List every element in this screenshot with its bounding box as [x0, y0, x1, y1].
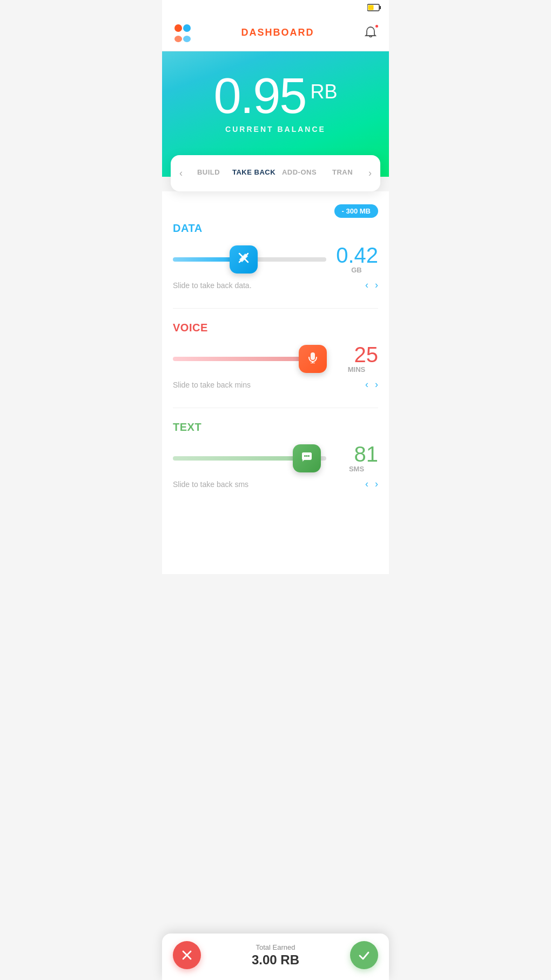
tabs-card: ‹ BUILD TAKE BACK ADD-ONS TRAN › [171, 155, 380, 191]
data-value-unit: GB [335, 266, 378, 274]
status-bar: ⚡ [162, 0, 389, 15]
voice-value-number: 25 [335, 344, 378, 365]
svg-point-14 [308, 455, 310, 457]
svg-rect-1 [380, 6, 381, 9]
svg-point-12 [304, 455, 306, 457]
svg-point-4 [174, 24, 182, 32]
voice-slider-container[interactable] [173, 354, 326, 364]
data-slider-thumb[interactable] [230, 245, 258, 274]
voice-value-display: 25 MINS [335, 344, 378, 374]
voice-nav-arrows: ‹ › [365, 379, 378, 390]
data-next-arrow[interactable]: › [375, 279, 378, 291]
notification-dot [374, 24, 379, 29]
svg-point-7 [183, 36, 191, 42]
voice-value-unit: MINS [335, 365, 378, 374]
text-value-unit: SMS [335, 465, 378, 473]
text-slide-hint: Slide to take back sms ‹ › [173, 478, 378, 490]
data-thumb-icon [238, 252, 250, 266]
voice-slider-row: 25 MINS [173, 344, 378, 374]
text-thumb-icon [301, 451, 313, 465]
tab-build[interactable]: BUILD [187, 164, 230, 183]
tabs-left-arrow[interactable]: ‹ [175, 168, 187, 179]
tab-take-back[interactable]: TAKE BACK [230, 164, 278, 183]
tabs-right-arrow[interactable]: › [364, 168, 376, 179]
data-nav-arrows: ‹ › [365, 279, 378, 291]
voice-section-title: VOICE [173, 322, 378, 334]
svg-point-13 [306, 455, 307, 457]
text-section: TEXT 81 [173, 421, 378, 490]
text-value-display: 81 SMS [335, 443, 378, 473]
svg-point-6 [174, 36, 182, 42]
data-slide-hint: Slide to take back data. ‹ › [173, 279, 378, 291]
battery-icon: ⚡ [367, 4, 381, 11]
header-title: DASHBOARD [241, 27, 314, 38]
balance-number: 0.95 [213, 71, 306, 121]
tabs-row: ‹ BUILD TAKE BACK ADD-ONS TRAN › [171, 155, 380, 191]
text-slider-row: 81 SMS [173, 443, 378, 473]
notification-button[interactable] [361, 23, 380, 42]
data-value-display: 0.42 GB [335, 244, 378, 274]
tab-tran[interactable]: TRAN [321, 164, 364, 183]
data-slider-row: 0.42 GB [173, 244, 378, 274]
main-content: - 300 MB DATA 0.42 GB [162, 191, 389, 574]
data-section: - 300 MB DATA 0.42 GB [173, 204, 378, 291]
tabs-list: BUILD TAKE BACK ADD-ONS TRAN [187, 164, 364, 183]
balance-unit: RB [311, 81, 338, 103]
divider-1 [173, 308, 378, 309]
app-logo [171, 21, 194, 44]
text-nav-arrows: ‹ › [365, 478, 378, 490]
voice-next-arrow[interactable]: › [375, 379, 378, 390]
tab-add-ons[interactable]: ADD-ONS [278, 164, 321, 183]
data-section-title: DATA [173, 222, 378, 235]
text-value-number: 81 [335, 443, 378, 465]
data-badge-row: - 300 MB [173, 204, 378, 218]
text-section-title: TEXT [173, 421, 378, 434]
svg-point-5 [183, 24, 191, 32]
data-slider-container[interactable] [173, 254, 326, 265]
data-badge: - 300 MB [334, 204, 378, 218]
voice-slider-thumb[interactable] [299, 345, 327, 373]
balance-display: 0.95 RB [173, 71, 378, 121]
data-prev-arrow[interactable]: ‹ [365, 279, 368, 291]
voice-thumb-icon [307, 351, 319, 366]
balance-label: CURRENT BALANCE [173, 125, 378, 134]
app-header: DASHBOARD [162, 15, 389, 51]
text-prev-arrow[interactable]: ‹ [365, 478, 368, 490]
data-value-number: 0.42 [335, 244, 378, 266]
svg-rect-8 [311, 352, 315, 360]
voice-slide-hint: Slide to take back mins ‹ › [173, 379, 378, 390]
text-slider-thumb[interactable] [293, 444, 321, 472]
text-slider-container[interactable] [173, 453, 326, 464]
divider-2 [173, 408, 378, 408]
text-next-arrow[interactable]: › [375, 478, 378, 490]
voice-section: VOICE 25 MINS [173, 322, 378, 390]
svg-text:⚡: ⚡ [369, 6, 374, 11]
voice-prev-arrow[interactable]: ‹ [365, 379, 368, 390]
